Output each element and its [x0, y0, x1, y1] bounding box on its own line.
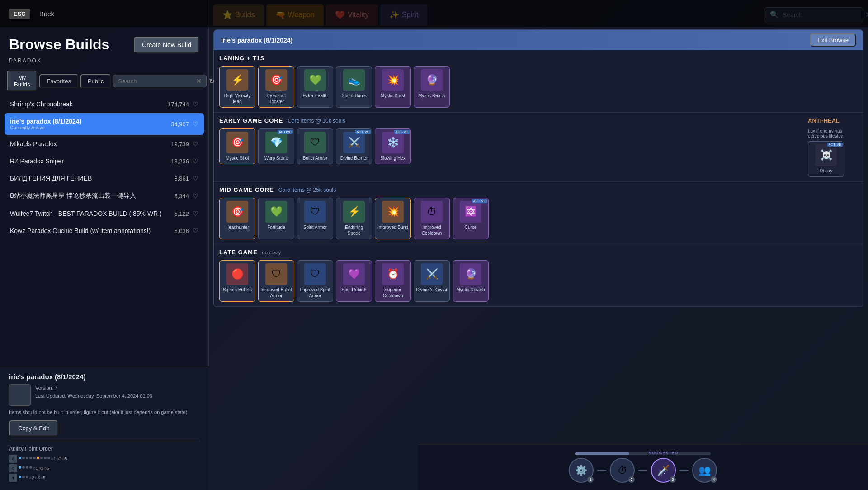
item-card-warp-stone[interactable]: ACTIVE 💎 Warp Stone	[258, 128, 294, 164]
item-card-improved-burst[interactable]: 💥 Improved Burst	[375, 198, 411, 239]
item-card-headhunter[interactable]: 🎯 Headhunter	[219, 198, 255, 239]
active-badge: ACTIVE	[278, 130, 293, 134]
item-icon: 🔮	[421, 69, 443, 91]
ability-item-3[interactable]: SUGGESTED 🗡️ 3	[651, 458, 676, 483]
item-card-slowing-hex[interactable]: ACTIVE ❄️ Slowing Hex	[375, 128, 411, 164]
item-icon: ⚔️	[421, 263, 443, 285]
tab-my-builds[interactable]: My Builds	[7, 71, 37, 91]
mid-header: MID GAME CORE Core items @ 25k souls	[219, 186, 858, 193]
copy-edit-button[interactable]: Copy & Edit	[9, 420, 58, 436]
item-card-improved-spirit-armor[interactable]: 🛡 Improved Spirit Armor	[297, 260, 333, 302]
item-card-fortitude[interactable]: 💚 Fortitude	[258, 198, 294, 239]
ability-item-1[interactable]: ⚙️ 1	[569, 458, 594, 483]
heart-icon[interactable]: ♡	[193, 120, 198, 128]
build-item[interactable]: Mikaels Paradox 19,739 ♡	[5, 136, 204, 152]
item-card-decay[interactable]: ACTIVE ☠️ Decay	[808, 141, 844, 177]
heart-icon[interactable]: ♡	[193, 140, 198, 147]
item-card-high-velocity[interactable]: ⚡ High-Velocity Mag	[219, 66, 255, 108]
item-card-enduring-speed[interactable]: ⚡ Enduring Speed	[336, 198, 372, 239]
scroll-area: ⚙️ 1 ⏱ 2 SUGGESTED 🗡️ 3 👥 4	[569, 452, 717, 483]
ability-icon-3: 🗡️	[657, 465, 670, 476]
item-card-mystic-reach[interactable]: 🔮 Mystic Reach	[414, 66, 450, 108]
item-card-improved-cooldown[interactable]: ⏱ Improved Cooldown	[414, 198, 450, 239]
level-1: ○2	[29, 476, 34, 480]
item-card-mystic-reverb[interactable]: 🔮 Mystic Reverb	[453, 260, 489, 302]
tab-public[interactable]: Public	[80, 74, 111, 88]
item-card-diviners-kevlar[interactable]: ⚔️ Diviner's Kevlar	[414, 260, 450, 302]
esc-button[interactable]: ESC	[9, 9, 30, 19]
top-bar: ESC Back	[0, 0, 868, 27]
exit-browse-button[interactable]: Exit Browse	[810, 33, 856, 47]
track-dots-1: ○1 ○2 ○5	[19, 457, 67, 461]
build-item-name: Wulfee7 Twitch - BEST PARADOX BUILD ( 85…	[10, 210, 162, 217]
item-card-mystic-burst[interactable]: 💥 Mystic Burst	[375, 66, 411, 108]
item-card-headshot[interactable]: 🎯 Headshot Booster	[258, 66, 294, 108]
build-item[interactable]: БИЛД ГЕНИЯ ДЛЯ ГЕНИЕВ 8,861 ♡	[5, 170, 204, 186]
heart-icon[interactable]: ♡	[193, 100, 198, 108]
refresh-button[interactable]: ↻	[209, 77, 215, 86]
item-card-curse[interactable]: ACTIVE 🔯 Curse	[453, 198, 489, 239]
item-card-bullet-armor[interactable]: 🛡 Bullet Armor	[297, 128, 333, 164]
heart-icon[interactable]: ♡	[193, 157, 198, 165]
back-button[interactable]: Back	[39, 10, 54, 18]
item-name: Divine Barrier	[340, 155, 368, 161]
build-item[interactable]: RZ Paradox Sniper 13,236 ♡	[5, 153, 204, 169]
item-name: Headhunter	[226, 224, 249, 230]
item-card-spirit-armor[interactable]: 🛡 Spirit Armor	[297, 198, 333, 239]
build-item[interactable]: Shrimp's Chronobreak 174,744 ♡	[5, 96, 204, 112]
item-icon: 🔮	[460, 263, 481, 285]
build-item-count: 8,861	[174, 175, 189, 182]
heart-icon[interactable]: ♡	[193, 227, 198, 234]
level-2: ○2	[38, 466, 43, 471]
build-item-count: 5,344	[174, 193, 189, 200]
item-card-siphon-bullets[interactable]: 🔴 Siphon Bullets	[219, 260, 255, 302]
scroll-track[interactable]	[575, 452, 711, 455]
build-item[interactable]: Wulfee7 Twitch - BEST PARADOX BUILD ( 85…	[5, 205, 204, 222]
build-item-active[interactable]: irie's paradox (8/1/2024) Currently Acti…	[5, 113, 204, 135]
item-card-extra-health[interactable]: 💚 Extra Health	[297, 66, 333, 108]
build-info-desc: Items should not be built in order, figu…	[9, 409, 200, 415]
track-dot	[19, 476, 21, 478]
build-item-name: irie's paradox (8/1/2024)	[10, 118, 81, 125]
item-card-superior-cooldown[interactable]: ⏰ Superior Cooldown	[375, 260, 411, 302]
ability-item-2[interactable]: ⏱ 2	[610, 458, 635, 483]
build-item-name: B站小魔法师黑星星 悖论秒杀流出装一键导入	[10, 192, 136, 200]
build-avatar	[9, 384, 31, 406]
track-dot	[22, 476, 25, 478]
search-clear-icon[interactable]: ✕	[196, 77, 202, 85]
heart-icon[interactable]: ♡	[193, 210, 198, 217]
laning-items: ⚡ High-Velocity Mag 🎯 Headshot Booster 💚…	[219, 66, 858, 108]
build-item-count: 174,744	[168, 101, 189, 108]
track-dot	[22, 457, 25, 459]
item-icon: 🛡	[265, 263, 287, 285]
heart-icon[interactable]: ♡	[193, 192, 198, 200]
anti-heal-note: buy if enemy has egregious lifesteal	[808, 128, 858, 138]
build-item[interactable]: B站小魔法师黑星星 悖论秒杀流出装一键导入 5,344 ♡	[5, 187, 204, 205]
build-panel-header: irie's paradox (8/1/2024) Exit Browse	[214, 30, 863, 50]
item-name: Spirit Armor	[303, 224, 327, 230]
track-dot	[26, 466, 28, 469]
ability-num-4: 4	[711, 476, 717, 483]
early-game-col: EARLY GAME CORE Core items @ 10k souls 🎯…	[219, 117, 804, 177]
build-item[interactable]: Kowz Paradox Ouchie Build (w/ item annot…	[5, 223, 204, 234]
item-card-sprint-boots[interactable]: 👟 Sprint Boots	[336, 66, 372, 108]
item-card-improved-bullet-armor[interactable]: 🛡 Improved Bullet Armor	[258, 260, 294, 302]
level-2: ○3	[35, 476, 39, 480]
item-card-divine-barrier[interactable]: ACTIVE ⚔️ Divine Barrier	[336, 128, 372, 164]
build-item-count: 19,739	[171, 141, 189, 147]
early-section: EARLY GAME CORE Core items @ 10k souls 🎯…	[214, 113, 863, 182]
heart-icon[interactable]: ♡	[193, 175, 198, 182]
create-new-build-button[interactable]: Create New Build	[134, 37, 199, 53]
build-search-input[interactable]	[118, 78, 194, 85]
item-card-mystic-shot[interactable]: 🎯 Mystic Shot	[219, 128, 255, 164]
item-name: Curse	[465, 224, 477, 230]
anti-heal-items: ACTIVE ☠️ Decay	[808, 141, 858, 177]
item-card-soul-rebirth[interactable]: 💜 Soul Rebirth	[336, 260, 372, 302]
mid-subtitle: Core items @ 25k souls	[278, 187, 336, 193]
track-dot	[29, 466, 32, 469]
ability-item-4[interactable]: 👥 4	[692, 458, 717, 483]
build-item-count: 34,907	[171, 121, 189, 128]
build-item-count: 5,036	[174, 228, 189, 234]
build-item-count: 5,122	[174, 210, 189, 217]
tab-favorites[interactable]: Favorites	[39, 74, 78, 88]
